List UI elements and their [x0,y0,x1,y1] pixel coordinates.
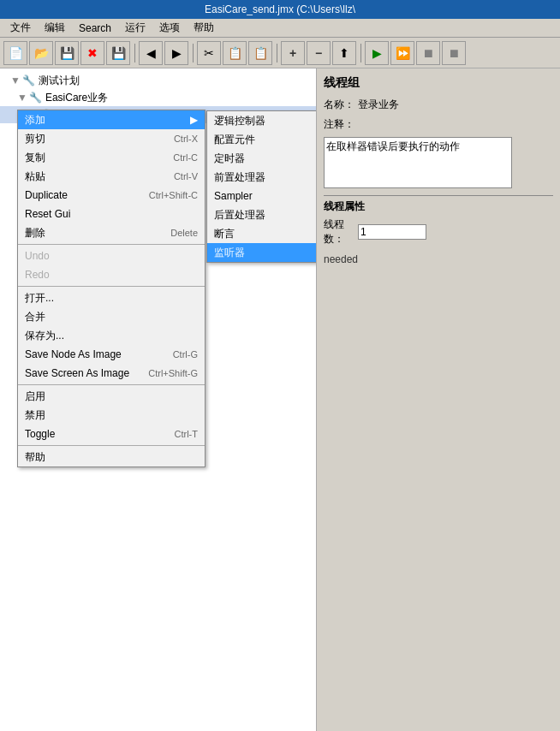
ctx-paste[interactable]: 粘贴 Ctrl-V [18,167,205,186]
ctx-toggle-label: Toggle [25,428,158,440]
ctx-enable[interactable]: 启用 [18,387,205,406]
ctx-saveas-label: 保存为... [25,329,198,343]
tree-row[interactable]: ▼ 🔧 EasiCare业务 [0,89,316,106]
ctx-cut[interactable]: 剪切 Ctrl-X [18,129,205,148]
menu-edit[interactable]: 编辑 [38,19,72,37]
ctx-duplicate[interactable]: Duplicate Ctrl+Shift-C [18,186,205,205]
ctx-saveas[interactable]: 保存为... [18,326,205,345]
ctx-cut-shortcut: Ctrl-X [174,134,198,144]
submenu-add-postproc[interactable]: 后置处理器 ▶ [207,205,317,224]
ctx-add-arrow: ▶ [190,114,198,126]
submenu-add-sampler[interactable]: Sampler ▶ [207,187,317,205]
copy-button[interactable]: 📋 [223,41,247,65]
ctx-save-node-img-label: Save Node As Image [25,348,156,360]
ctx-sep1 [18,244,205,245]
panel-title: 线程组 [324,75,553,91]
ctx-toggle[interactable]: Toggle Ctrl-T [18,425,205,443]
needed-section: needed [324,253,553,265]
ctx-duplicate-shortcut: Ctrl+Shift-C [149,190,198,200]
ctx-undo[interactable]: Undo [18,247,205,265]
name-row: 名称： 登录业务 [324,98,553,112]
title-bar: EasiCare_send.jmx (C:\Users\llz\ [0,0,560,19]
menu-search[interactable]: Search [72,21,118,36]
sep2 [190,41,195,65]
ctx-toggle-shortcut: Ctrl-T [175,429,199,439]
submenu-add-logic[interactable]: 逻辑控制器 ▶ [207,111,317,130]
save-button[interactable]: 💾 [55,41,79,65]
submenu-add-preproc-label: 前置处理器 [214,170,317,185]
name-value: 登录业务 [358,98,399,112]
sep3 [274,41,279,65]
remove-button[interactable]: − [307,41,331,65]
ctx-merge-label: 合并 [25,310,198,324]
submenu-add-preproc[interactable]: 前置处理器 ▶ [207,168,317,187]
menu-help[interactable]: 帮助 [187,19,221,37]
menu-run[interactable]: 运行 [118,19,152,37]
ctx-delete[interactable]: 删除 Delete [18,223,205,242]
ctx-save-node-img-shortcut: Ctrl-G [173,349,198,360]
ctx-copy-label: 复制 [25,151,156,165]
ctx-copy-shortcut: Ctrl-C [173,152,198,163]
ctx-sep2 [18,286,205,287]
redo-button[interactable]: ▶ [164,41,188,65]
submenu-add-sampler-label: Sampler [214,190,317,202]
submenu-add-config-label: 配置元件 [214,133,317,147]
ctx-delete-label: 删除 [25,226,153,241]
ctx-resetgui-label: Reset Gui [25,208,198,220]
action-row: 在取样器错误后要执行的动作 [324,137,553,188]
open-button[interactable]: 📂 [29,41,53,65]
submenu-add-config[interactable]: 配置元件 ▶ [207,130,317,149]
run-button[interactable]: ▶ [365,41,389,65]
ctx-save-screen-img-shortcut: Ctrl+Shift-G [148,368,198,378]
toolbar: 📄 📂 💾 ✖ 💾 ◀ ▶ ✂ 📋 📋 + − ⬆ ▶ ⏩ ⏹ ⏹ [0,38,560,68]
tree-label-easicare: EasiCare业务 [45,91,108,105]
comment-label: 注释： [324,117,358,132]
thread-count-input[interactable] [358,224,426,240]
add-button[interactable]: + [281,41,305,65]
ctx-resetgui[interactable]: Reset Gui [18,205,205,223]
ctx-redo[interactable]: Redo [18,265,205,284]
undo-button[interactable]: ◀ [139,41,163,65]
up-button[interactable]: ⬆ [332,41,356,65]
error-button[interactable]: ✖ [80,41,104,65]
submenu-add-listener-label: 监听器 [214,246,317,260]
main-area: ▼ 🔧 测试计划 ▼ 🔧 EasiCare业务 ▼ 🔧 登录业务 📊 察看结果树… [0,68,560,731]
ctx-open[interactable]: 打开... [18,288,205,307]
ctx-duplicate-label: Duplicate [25,189,132,201]
thread-count-row: 线程数： [324,217,553,247]
stopall-button[interactable]: ⏹ [442,41,466,65]
ctx-help[interactable]: 帮助 [18,448,205,467]
stop-button[interactable]: ⏹ [416,41,440,65]
ctx-disable[interactable]: 禁用 [18,406,205,425]
submenu-add-timer[interactable]: 定时器 ▶ [207,149,317,168]
save2-button[interactable]: 💾 [106,41,130,65]
ctx-add[interactable]: 添加 ▶ [18,110,205,129]
ctx-add-label: 添加 [25,113,187,128]
menu-options[interactable]: 选项 [152,19,187,37]
submenu-add: 逻辑控制器 ▶ 配置元件 ▶ 定时器 ▶ 前置处理器 ▶ Sampler ▶ [206,110,317,263]
ctx-copy[interactable]: 复制 Ctrl-C [18,148,205,167]
ctx-disable-label: 禁用 [25,408,198,423]
menu-file[interactable]: 文件 [3,19,38,37]
paste-button[interactable]: 📋 [248,41,272,65]
needed-text: needed [324,253,358,265]
runall-button[interactable]: ⏩ [390,41,414,65]
title-text: EasiCare_send.jmx (C:\Users\llz\ [205,3,355,15]
tree-row[interactable]: ▼ 🔧 测试计划 [0,72,316,89]
submenu-add-listener[interactable]: 监听器 ▶ [207,243,317,262]
submenu-add-assertion[interactable]: 断言 ▶ [207,224,317,243]
ctx-paste-shortcut: Ctrl-V [174,171,198,181]
ctx-sep4 [18,445,205,446]
ctx-merge[interactable]: 合并 [18,307,205,326]
ctx-save-node-img[interactable]: Save Node As Image Ctrl-G [18,345,205,364]
ctx-undo-label: Undo [25,250,198,262]
submenu-add-assertion-label: 断言 [214,227,317,241]
right-panel: 线程组 名称： 登录业务 注释： 在取样器错误后要执行的动作 线程属性 线程数：… [317,68,560,731]
ctx-enable-label: 启用 [25,389,198,404]
ctx-save-screen-img[interactable]: Save Screen As Image Ctrl+Shift-G [18,364,205,383]
sep4 [358,41,363,65]
name-label: 名称： [324,98,358,112]
new-button[interactable]: 📄 [3,41,27,65]
cut-button[interactable]: ✂ [197,41,221,65]
submenu-add-logic-label: 逻辑控制器 [214,114,317,128]
